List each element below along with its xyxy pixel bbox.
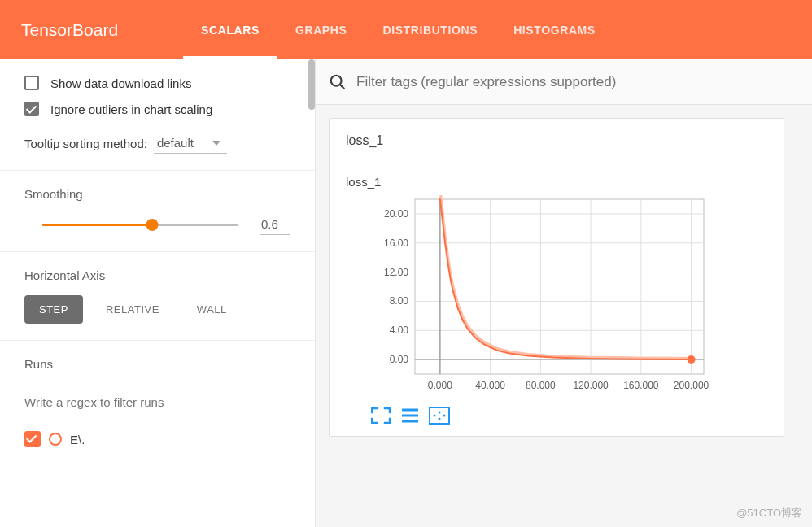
tag-filter-row (316, 59, 812, 105)
lines-icon (400, 407, 420, 424)
search-icon (329, 73, 347, 91)
axis-wall-button[interactable]: WALL (182, 295, 242, 324)
section-title: Runs (24, 357, 290, 371)
svg-line-1 (340, 85, 344, 89)
nav-tabs: SCALARS GRAPHS DISTRIBUTIONS HISTOGRAMS (183, 0, 613, 59)
svg-text:80.000: 80.000 (526, 380, 556, 391)
section-title: Smoothing (24, 187, 290, 201)
toggle-ignore-outliers[interactable]: Ignore outliers in chart scaling (24, 102, 290, 116)
scalar-card: loss_1 loss_1 0.004.008.0012.0016.0020.0… (329, 118, 784, 437)
toggle-label: Show data download links (50, 76, 191, 90)
select-value: default (157, 136, 194, 150)
svg-text:160.000: 160.000 (623, 380, 659, 391)
run-item[interactable]: E\. (24, 431, 290, 447)
checkbox-checked-icon (24, 431, 41, 447)
run-label: E\. (70, 433, 85, 446)
tab-scalars[interactable]: SCALARS (183, 0, 277, 59)
expand-chart-button[interactable] (370, 407, 391, 425)
main-content: loss_1 loss_1 0.004.008.0012.0016.0020.0… (316, 59, 812, 527)
scalar-chart[interactable]: 0.004.008.0012.0016.0020.000.00040.00080… (370, 195, 712, 399)
options-section: Show data download links Ignore outliers… (0, 59, 315, 171)
axis-step-button[interactable]: STEP (24, 295, 83, 324)
fit-domain-button[interactable] (429, 407, 450, 425)
tooltip-sort-label: Tooltip sorting method: (24, 137, 147, 150)
toggle-label: Ignore outliers in chart scaling (50, 102, 212, 116)
svg-point-33 (434, 415, 436, 417)
run-color-swatch (49, 433, 62, 446)
svg-text:0.000: 0.000 (428, 380, 452, 391)
svg-text:12.00: 12.00 (384, 267, 408, 278)
runs-filter-input[interactable] (24, 390, 290, 416)
chart-svg: 0.004.008.0012.0016.0020.000.00040.00080… (370, 195, 712, 399)
sidebar: Show data download links Ignore outliers… (0, 59, 316, 527)
watermark: @51CTO博客 (736, 506, 802, 520)
app-logo: TensorBoard (21, 20, 118, 40)
svg-point-35 (443, 415, 446, 417)
chevron-down-icon (212, 141, 220, 146)
svg-point-0 (331, 75, 342, 85)
svg-point-34 (439, 412, 441, 414)
svg-text:8.00: 8.00 (390, 295, 409, 307)
smoothing-value-input[interactable]: 0.6 (260, 214, 290, 235)
slider-thumb[interactable] (146, 219, 158, 231)
svg-text:4.00: 4.00 (390, 324, 409, 336)
checkbox-checked-icon (24, 102, 39, 116)
card-header[interactable]: loss_1 (330, 119, 784, 163)
svg-text:0.00: 0.00 (390, 354, 409, 365)
slider-track-fill (42, 224, 152, 226)
toggle-show-download-links[interactable]: Show data download links (24, 76, 290, 90)
section-title: Horizontal Axis (24, 268, 290, 282)
smoothing-slider[interactable] (42, 216, 238, 233)
sidebar-scrollbar[interactable] (308, 59, 315, 110)
toggle-log-axis-button[interactable] (399, 407, 421, 425)
runs-section: Runs E\. (0, 341, 315, 464)
svg-point-29 (688, 355, 696, 364)
axis-relative-button[interactable]: RELATIVE (91, 295, 174, 324)
tab-distributions[interactable]: DISTRIBUTIONS (365, 0, 495, 59)
horizontal-axis-section: Horizontal Axis STEP RELATIVE WALL (0, 252, 315, 341)
svg-text:120.000: 120.000 (573, 380, 609, 391)
tag-filter-input[interactable] (356, 74, 799, 90)
rect-dots-icon (432, 410, 447, 421)
tab-histograms[interactable]: HISTOGRAMS (495, 0, 613, 59)
checkbox-icon (24, 76, 39, 90)
fullscreen-icon (371, 407, 391, 424)
svg-text:16.00: 16.00 (384, 237, 408, 249)
svg-point-36 (439, 418, 441, 420)
tooltip-sort-select[interactable]: default (154, 133, 227, 154)
svg-text:200.000: 200.000 (674, 380, 709, 391)
smoothing-section: Smoothing 0.6 (0, 171, 315, 252)
svg-text:40.000: 40.000 (475, 380, 505, 391)
svg-text:20.00: 20.00 (384, 208, 408, 220)
svg-rect-2 (415, 199, 704, 374)
app-header: TensorBoard SCALARS GRAPHS DISTRIBUTIONS… (0, 0, 812, 59)
chart-title: loss_1 (346, 175, 767, 189)
tab-graphs[interactable]: GRAPHS (277, 0, 365, 59)
